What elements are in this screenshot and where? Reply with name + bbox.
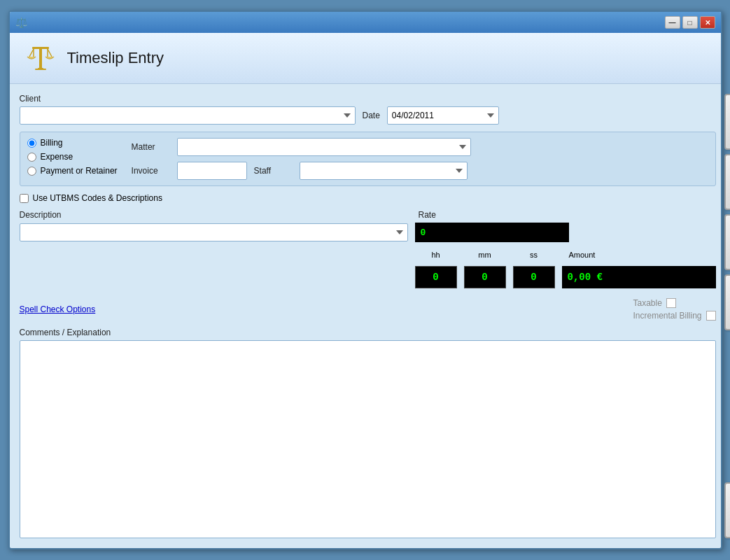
expense-label: Expense: [41, 152, 73, 162]
rate-display: 0: [415, 223, 569, 242]
incremental-item: Incremental Billing: [633, 311, 715, 321]
client-row: Date 04/02/2011: [20, 106, 716, 125]
client-select[interactable]: [20, 106, 356, 125]
minimize-button[interactable]: —: [665, 16, 680, 29]
content-area: Client Date 04/02/2011 Bill: [10, 84, 721, 548]
taxable-item: Taxable: [633, 298, 715, 308]
billing-section: Billing Expense Payment or Retainer Matt…: [20, 132, 716, 186]
sidebar-spacer: [724, 335, 731, 478]
title-bar-left: ⚖️: [15, 17, 27, 28]
title-bar: ⚖️ — □ ✕: [10, 12, 721, 33]
main-window: ⚖️ — □ ✕: [8, 10, 722, 550]
main-panel: Client Date 04/02/2011 Bill: [20, 94, 716, 538]
svg-rect-7: [38, 68, 43, 70]
svg-rect-0: [39, 47, 42, 69]
description-select[interactable]: [20, 223, 408, 241]
matter-label: Matter: [132, 142, 170, 152]
sidebar-buttons: Save Next New: [724, 94, 731, 538]
comments-label: Comments / Explanation: [20, 328, 716, 337]
expense-radio[interactable]: [27, 153, 36, 162]
description-header-row: Description Rate: [20, 210, 716, 220]
expense-radio-item[interactable]: Expense: [27, 152, 118, 162]
next-new-button[interactable]: Next New: [724, 154, 731, 210]
cancel-button[interactable]: Cancel: [724, 482, 731, 538]
billing-label: Billing: [41, 138, 63, 148]
matter-invoice-section: Matter Invoice Staff: [132, 138, 471, 180]
invoice-input[interactable]: [177, 162, 247, 180]
time-entry-button[interactable]: T I Time Entry: [724, 214, 731, 270]
time-input-row: 0 0 0 0,00 €: [20, 266, 716, 288]
client-label: Client: [20, 94, 716, 104]
invoice-label: Invoice: [132, 166, 170, 176]
comments-section: Comments / Explanation: [20, 328, 716, 538]
ss-display: 0: [513, 266, 555, 288]
description-section: Description Rate 0: [20, 210, 716, 242]
rate-label: Rate: [419, 210, 461, 220]
billing-radio-item[interactable]: Billing: [27, 138, 118, 148]
comments-textarea[interactable]: [20, 340, 716, 538]
ss-header: ss: [513, 251, 555, 259]
amount-display: 0,00 €: [562, 266, 716, 288]
radio-group: Billing Expense Payment or Retainer: [27, 138, 118, 176]
taxable-checkbox[interactable]: [666, 298, 676, 308]
utbms-checkbox[interactable]: [20, 194, 29, 203]
time-header-row: hh mm ss Amount: [20, 251, 716, 259]
maximize-button[interactable]: □: [682, 16, 698, 29]
matter-row: Matter: [132, 138, 471, 156]
mm-display: 0: [464, 266, 506, 288]
svg-rect-1: [32, 47, 49, 49]
svg-line-2: [29, 49, 34, 57]
billing-radio[interactable]: [27, 139, 36, 148]
description-input-row: 0: [20, 223, 716, 242]
spell-check-link[interactable]: Spell Check Options: [20, 304, 96, 314]
client-group: Client Date 04/02/2011: [20, 94, 716, 125]
svg-line-5: [48, 49, 52, 57]
staff-label: Staff: [254, 166, 293, 176]
bottom-controls-row: Spell Check Options Taxable Incremental …: [20, 298, 716, 321]
invoice-row: Invoice Staff: [132, 162, 471, 180]
hh-display: 0: [415, 266, 457, 288]
date-label: Date: [363, 111, 380, 120]
utbms-label: Use UTBMS Codes & Descriptions: [33, 193, 162, 203]
taxable-label: Taxable: [633, 298, 661, 308]
description-label: Description: [20, 210, 412, 220]
start-timer-button[interactable]: Start Timer: [724, 274, 731, 330]
payment-label: Payment or Retainer: [41, 166, 118, 176]
mm-header: mm: [464, 251, 506, 259]
matter-select[interactable]: [177, 138, 471, 156]
date-select[interactable]: 04/02/2011: [387, 106, 499, 125]
payment-radio-item[interactable]: Payment or Retainer: [27, 166, 118, 176]
staff-select[interactable]: [300, 162, 468, 180]
close-button[interactable]: ✕: [700, 16, 715, 29]
header-icon: [24, 41, 57, 75]
utbms-row: Use UTBMS Codes & Descriptions: [20, 193, 716, 203]
incremental-label: Incremental Billing: [633, 311, 701, 321]
save-button[interactable]: Save: [724, 94, 731, 150]
hh-header: hh: [415, 251, 457, 259]
incremental-checkbox[interactable]: [706, 311, 716, 321]
amount-label: Amount: [569, 251, 596, 259]
payment-radio[interactable]: [27, 167, 36, 176]
dialog-title: Timeslip Entry: [67, 49, 164, 67]
dialog-header: Timeslip Entry: [10, 33, 721, 84]
scales-svg-icon: [24, 41, 57, 75]
title-bar-controls: — □ ✕: [665, 16, 715, 29]
taxable-incremental-section: Taxable Incremental Billing: [633, 298, 715, 321]
app-icon: ⚖️: [15, 17, 27, 28]
